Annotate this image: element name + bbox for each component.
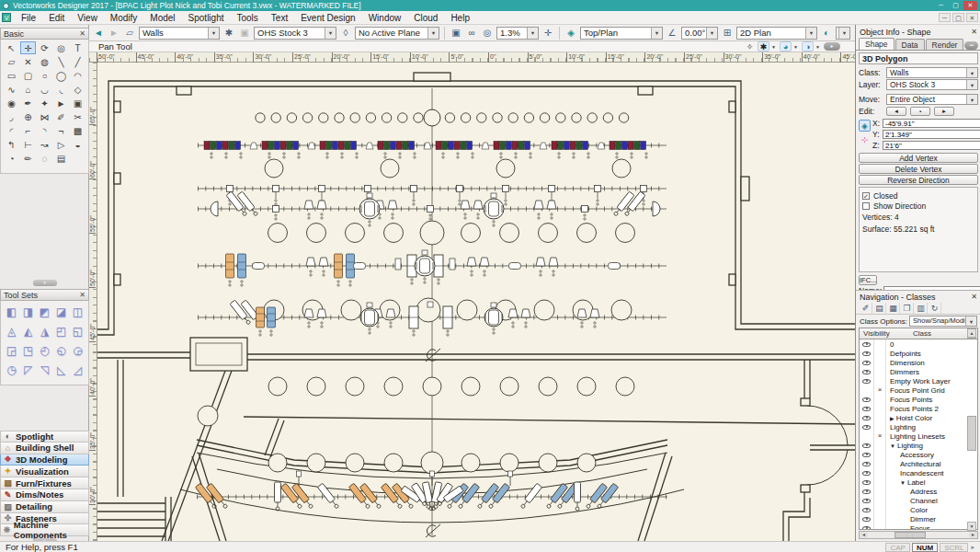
vscroll-up-icon[interactable]: ▲ [967, 328, 976, 338]
push-pull-tool-icon[interactable]: ◬ [4, 323, 19, 339]
object-info-header[interactable]: Object Info - Shape ✕ [856, 26, 980, 38]
protractor-tool-icon[interactable]: ◔ [4, 152, 19, 165]
class-row[interactable]: Channel [860, 496, 977, 505]
visibility-eye-icon[interactable] [862, 361, 871, 365]
sheet-layers-icon[interactable]: ❐ [901, 303, 914, 314]
references-icon[interactable]: ↻ [929, 303, 941, 314]
class-row[interactable]: Architectural [860, 459, 977, 468]
visibility-eye-icon[interactable] [862, 397, 871, 402]
basic-palette-close-icon[interactable]: ✕ [79, 29, 85, 38]
workspace-group-visualization[interactable]: ✦Visualization [0, 466, 89, 477]
visibility-eye-icon[interactable] [862, 480, 871, 485]
render-options-select[interactable] [836, 27, 850, 40]
rotate-tool-icon[interactable]: ▷ [53, 138, 69, 151]
active-plane-select[interactable]: No Active Plane [355, 27, 439, 40]
class-row[interactable]: ▼Label [860, 477, 977, 487]
closed-checkbox[interactable]: ✓ [862, 192, 870, 200]
nurbs-curve-tool-icon[interactable]: ◲ [4, 342, 19, 359]
fit-view-icon[interactable]: ✛ [541, 27, 554, 40]
visibility-eye-icon[interactable] [862, 499, 871, 503]
restore-button[interactable]: ▢ [949, 1, 963, 10]
connect-tool-icon[interactable]: ◜ [4, 124, 19, 137]
center-mark-tool-icon[interactable]: ⊕ [20, 110, 36, 123]
panel-options-button[interactable]: ▪▪ [964, 41, 978, 50]
tab-render[interactable]: Render [926, 39, 964, 50]
view-icon[interactable]: ◈ [564, 27, 577, 40]
nav-sphere-arrow-icon[interactable]: ▼ [815, 44, 822, 50]
collapse-triangle-icon[interactable]: ▼ [890, 443, 895, 449]
wall-style-select[interactable]: Walls [139, 27, 220, 40]
image-tool-icon[interactable]: ▩ [70, 124, 85, 137]
selection-tool-icon[interactable]: ↖ [4, 41, 19, 54]
subdivision-tool-icon[interactable]: ◸ [20, 362, 36, 378]
menu-edit[interactable]: Edit [42, 12, 71, 24]
offset-tool-icon[interactable]: ✐ [53, 110, 69, 123]
text-tool-icon[interactable]: T [70, 41, 85, 54]
class-row[interactable]: Incandescent [860, 468, 977, 477]
class-row[interactable]: ×Focus Point Grid [860, 385, 977, 395]
project-tool-icon[interactable]: ◵ [53, 342, 69, 359]
polygon-tool-icon[interactable]: ⌂ [20, 83, 36, 96]
reshape-tool-icon[interactable]: ↝ [37, 138, 52, 151]
visibility-eye-icon[interactable] [862, 416, 871, 420]
frame-tool-icon[interactable]: ▣ [70, 97, 85, 109]
zoom-level-select[interactable]: 1.3% [496, 27, 539, 40]
visibility-tool-icon[interactable]: ◌ [37, 152, 52, 165]
line-tool-icon[interactable]: ╲ [53, 55, 69, 68]
class-row[interactable]: Focus Points [860, 395, 977, 404]
delete-vertex-button[interactable]: Delete Vertex [859, 164, 978, 174]
doc-restore-button[interactable]: ▢ [952, 13, 964, 22]
add-vertex-button[interactable]: Add Vertex [859, 153, 978, 163]
nurbs-surface-tool-icon[interactable]: ◳ [20, 342, 36, 359]
menu-help[interactable]: Help [444, 12, 476, 24]
revolve-tool-icon[interactable]: ◴ [37, 342, 52, 359]
marker-tool-icon[interactable]: ✏ [20, 152, 36, 165]
deform-tool-icon[interactable]: ◮ [37, 323, 52, 339]
y-field[interactable] [883, 130, 980, 139]
shear-tool-icon[interactable]: ◒ [70, 138, 85, 151]
scroll-right-icon[interactable]: ► [969, 532, 977, 538]
zoom-icon[interactable]: ◎ [481, 27, 494, 40]
arc-corner-tool-icon[interactable]: ◝ [37, 124, 52, 137]
workspace-group-machine-components[interactable]: ❋Machine Components [0, 524, 89, 536]
object-info-close-icon[interactable]: ✕ [971, 28, 977, 36]
class-gear-icon[interactable]: ✱ [222, 27, 235, 40]
rounded-rectangle-tool-icon[interactable]: ▢ [20, 69, 36, 82]
status-toggle-scrl[interactable]: SCRL [940, 543, 968, 552]
ifc-button[interactable]: IFC... [859, 275, 877, 285]
class-row[interactable]: ▼Lighting [860, 441, 977, 450]
zoom-tool-icon[interactable]: ◎ [53, 41, 69, 54]
status-resize-grip[interactable]: ▸ [971, 544, 974, 551]
menu-event-design[interactable]: Event Design [294, 12, 361, 24]
symbol-insertion-tool-icon[interactable]: ✕ [20, 55, 36, 68]
class-row[interactable]: Address [860, 487, 977, 496]
design-layers-icon[interactable]: ▦ [887, 303, 900, 314]
nav-sphere-icon[interactable]: ◑ [802, 41, 814, 52]
solid-boolean-tool-icon[interactable]: ◪ [53, 304, 69, 320]
tab-data[interactable]: Data [895, 39, 925, 50]
tab-shape[interactable]: Shape [859, 38, 895, 50]
hscroll-thumb[interactable]: ⋮⋮ [895, 532, 926, 538]
polyline-tool-icon[interactable]: ◡ [37, 83, 52, 96]
rotate-angle-icon[interactable]: ∠ [666, 27, 678, 40]
round-wall-tool-icon[interactable]: ◍ [37, 55, 52, 68]
visibility-eye-icon[interactable] [862, 471, 871, 476]
visibility-eye-icon[interactable] [862, 425, 871, 430]
workspace-group-dims-notes[interactable]: ✎Dims/Notes [0, 489, 89, 501]
visibility-icon[interactable]: ▣ [238, 27, 251, 40]
scroll-left-icon[interactable]: ◄ [860, 532, 868, 538]
visibility-eye-icon[interactable] [862, 379, 871, 384]
edit-next-button[interactable]: ► [934, 107, 954, 116]
cone-tool-icon[interactable]: ◺ [53, 362, 69, 378]
navigation-header[interactable]: Navigation - Classes ✕ [856, 291, 980, 303]
class-row[interactable]: Defpoints [860, 349, 977, 358]
class-row[interactable]: Accessory [860, 450, 977, 459]
render-sphere-arrow-icon[interactable]: ▼ [793, 44, 800, 50]
class-row[interactable]: 0 [860, 339, 977, 349]
render-options-icon[interactable]: ◐ [820, 27, 833, 40]
reference-point-icon[interactable]: ⊹ [859, 133, 871, 145]
clip-cube-icon[interactable]: ⊞ [721, 27, 734, 40]
menu-text[interactable]: Text [265, 12, 294, 24]
visibility-eye-icon[interactable] [862, 489, 871, 494]
class-row[interactable]: ×Lighting Linesets [860, 431, 977, 441]
